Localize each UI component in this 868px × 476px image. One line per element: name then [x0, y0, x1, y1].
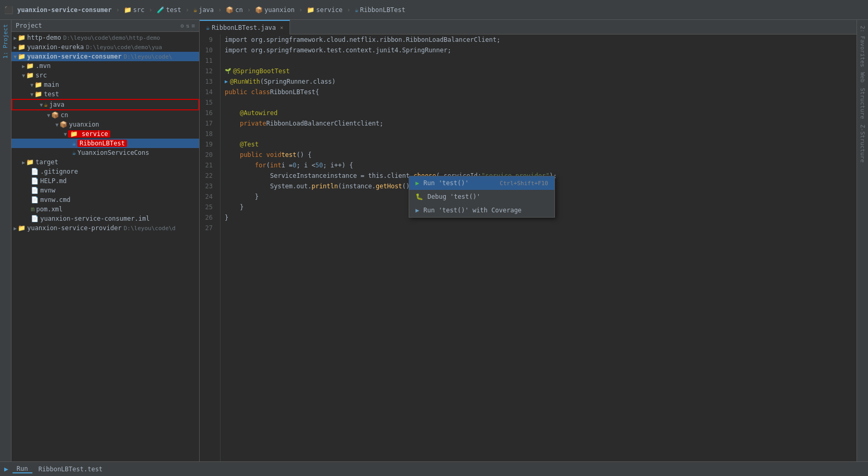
breadcrumb-test: 🧪 test	[157, 6, 181, 14]
breadcrumb-sep7: ›	[347, 6, 351, 14]
tree-item-pomxml[interactable]: m pom.xml	[11, 205, 199, 214]
tab-ribbonlbtest[interactable]: ☕ RibbonLBTest.java ✕	[200, 20, 290, 35]
gear-icon[interactable]: ⚙	[180, 22, 184, 29]
project-panel: Project ⚙ ⇅ ≡ ▶ 📁 http-demo D:\leyou\cod…	[11, 20, 200, 461]
tree-item-mvnw[interactable]: 📄 mvnw	[11, 186, 199, 195]
tree-item-service[interactable]: ▼ 📁 service	[11, 129, 199, 139]
code-line-10: import org.springframework.test.context.…	[225, 45, 857, 55]
code-line-20: public void test() {	[225, 150, 857, 160]
breadcrumb-sep: ›	[116, 6, 120, 14]
code-content: import org.springframework.cloud.netflix…	[221, 35, 857, 461]
breadcrumb-cn: 📦 cn	[226, 6, 242, 14]
code-line-16: @Autowired	[225, 108, 857, 118]
tree-item-java[interactable]: ▼ ☕ java	[11, 99, 199, 110]
breadcrumb-src: 📁 src	[124, 6, 145, 14]
bottom-panel: ▶ Run RibbonLBTest.test ▶ ✓ ⏹ ↓↑ ⇅ ⬆ ⬇ ⬇…	[0, 461, 868, 476]
breadcrumb-sep4: ›	[218, 6, 222, 14]
ribbonlbtest-tab[interactable]: RibbonLBTest.test	[34, 466, 107, 473]
run-icon: ▶	[415, 179, 419, 187]
breadcrumb-sep5: ›	[247, 6, 251, 14]
coverage-icon: ▶	[415, 207, 419, 214]
ctx-coverage-label: Run 'test()' with Coverage	[423, 207, 548, 214]
code-line-9: import org.springframework.cloud.netflix…	[225, 35, 857, 45]
sync-icon[interactable]: ⇅	[186, 22, 190, 29]
tree-item-yuanxion[interactable]: ▼ 📦 yuanxion	[11, 120, 199, 129]
breadcrumb-sep2: ›	[149, 6, 153, 14]
ctx-run-test[interactable]: ▶ Run 'test()' Ctrl+Shift+F10	[409, 176, 554, 190]
settings-icon[interactable]: ≡	[191, 22, 195, 29]
far-left-tabs: 1: Project	[0, 20, 11, 461]
project-tree: ▶ 📁 http-demo D:\leyou\code\demo\http-de…	[11, 32, 199, 461]
tree-item-main[interactable]: ▼ 📁 main	[11, 80, 199, 89]
bottom-toolbar: ▶ Run RibbonLBTest.test	[0, 462, 868, 476]
debug-icon: 🐛	[415, 193, 423, 200]
ctx-run-label: Run 'test()'	[423, 179, 495, 187]
title-bar: ⬛ yuanxion-service-consumer › 📁 src › 🧪 …	[0, 0, 868, 20]
tree-item-cn[interactable]: ▼ 📦 cn	[11, 110, 199, 120]
code-line-19: @Test	[225, 139, 857, 150]
tree-item-test[interactable]: ▼ 📁 test	[11, 89, 199, 99]
context-menu: ▶ Run 'test()' Ctrl+Shift+F10 🐛 Debug 't…	[409, 176, 555, 218]
ctx-run-shortcut: Ctrl+Shift+F10	[500, 180, 548, 187]
code-line-11	[225, 55, 857, 66]
tree-item-http-demo[interactable]: ▶ 📁 http-demo D:\leyou\code\demo\http-de…	[11, 33, 199, 42]
code-line-17: private RibbonLoadBalancerClient client;	[225, 118, 857, 129]
project-panel-header: Project ⚙ ⇅ ≡	[11, 20, 199, 32]
tree-item-ribbonlbtest[interactable]: ☕ RibbonLBTest	[11, 139, 199, 148]
project-tab[interactable]: 1: Project	[1, 20, 10, 63]
tree-item-provider[interactable]: ▶ 📁 yuanxion-service-provider D:\leyou\c…	[11, 223, 199, 233]
structure-tab[interactable]: Structure	[858, 86, 867, 121]
breadcrumb-java: ☕ java	[193, 6, 214, 14]
code-line-27	[225, 223, 857, 233]
code-line-15	[225, 97, 857, 108]
tree-item-src[interactable]: ▼ 📁 src	[11, 71, 199, 80]
tree-item-helpmd[interactable]: 📄 HELP.md	[11, 176, 199, 186]
code-line-13: ▶@RunWith(SpringRunner.class)	[225, 76, 857, 87]
breadcrumb-sep6: ›	[299, 6, 303, 14]
code-line-14: public class RibbonLBTest {	[225, 87, 857, 97]
project-name: yuanxion-service-consumer	[17, 6, 112, 14]
editor-tabs: ☕ RibbonLBTest.java ✕	[200, 20, 857, 35]
project-header-title: Project	[16, 22, 42, 29]
code-line-18	[225, 129, 857, 139]
tree-item-target[interactable]: ▶ 📁 target	[11, 157, 199, 167]
code-line-21: for (int i = 0; i < 50; i++) {	[225, 160, 857, 171]
code-editor[interactable]: 9 10 11 12 13 14 15 16 17 18 19 20 21 22…	[200, 35, 857, 461]
breadcrumb-ribbon: ☕ RibbonLBTest	[355, 6, 406, 14]
editor-area: ☕ RibbonLBTest.java ✕ 9 10 11 12 13 14 1…	[200, 20, 857, 461]
breadcrumb-yuanxion: 📦 yuanxion	[255, 6, 295, 14]
tree-item-mvnwcmd[interactable]: 📄 mvnw.cmd	[11, 195, 199, 205]
breadcrumb-service: 📁 service	[307, 6, 343, 14]
tree-item-iml[interactable]: 📄 yuanxion-service-consumer.iml	[11, 214, 199, 223]
z-structure-tab[interactable]: Z-Structure	[858, 123, 867, 164]
tree-item-consumer[interactable]: ▼ 📁 yuanxion-service-consumer D:\leyou\c…	[11, 52, 199, 61]
tab-close-icon[interactable]: ✕	[280, 25, 283, 30]
project-header-icons: ⚙ ⇅ ≡	[180, 22, 195, 29]
tree-item-eureka[interactable]: ▶ 📁 yuanxion-eureka D:\leyou\code\demo\y…	[11, 42, 199, 52]
favorites-tab[interactable]: 2: Favorites	[858, 24, 867, 69]
ctx-debug-label: Debug 'test()'	[427, 193, 548, 200]
ctx-coverage-test[interactable]: ▶ Run 'test()' with Coverage	[409, 203, 554, 217]
tree-item-mvn[interactable]: ▶ 📁 .mvn	[11, 61, 199, 71]
ctx-debug-test[interactable]: 🐛 Debug 'test()'	[409, 190, 554, 203]
main-layout: 1: Project Project ⚙ ⇅ ≡ ▶ 📁 http-demo D…	[0, 20, 868, 461]
tree-item-yuanxionservice[interactable]: ☕ YuanxionServiceCons	[11, 148, 199, 157]
run-tab[interactable]: Run	[13, 465, 32, 473]
app-icon: ⬛	[4, 6, 13, 14]
line-numbers: 9 10 11 12 13 14 15 16 17 18 19 20 21 22…	[200, 35, 221, 461]
code-line-12: 🌱@SpringBootTest	[225, 66, 857, 76]
breadcrumb-sep3: ›	[186, 6, 189, 14]
web-tab[interactable]: Web	[858, 71, 867, 84]
tree-item-gitignore[interactable]: 📄 .gitignore	[11, 167, 199, 176]
side-right-panel: 2: Favorites Web Structure Z-Structure	[857, 20, 868, 461]
